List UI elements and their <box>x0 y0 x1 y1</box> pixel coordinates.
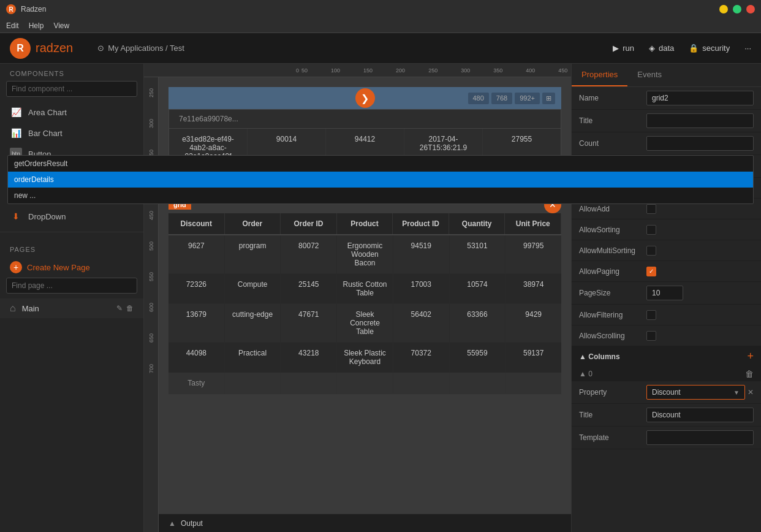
close-button[interactable]: ✕ <box>746 5 755 13</box>
prop-allow-sorting-checkbox[interactable] <box>646 225 656 235</box>
minimize-button[interactable]: — <box>719 5 728 13</box>
sidebar-item-dropdown[interactable]: ⬇ DropDown <box>0 206 143 227</box>
prop-allow-scrolling-checkbox[interactable] <box>646 331 656 341</box>
tab-properties[interactable]: Properties <box>572 64 627 86</box>
canvas-inner: ❯ 480 768 992+ ⊞ 7e11e6a99078e... e31ed8… <box>159 77 571 532</box>
prop-pagesize-label: PageSize <box>579 289 646 297</box>
prop-allow-filtering-checkbox[interactable] <box>646 310 656 320</box>
grid-header-unitprice: Unit Price <box>505 213 561 234</box>
prop-column-title-value <box>646 408 754 422</box>
grid-cell-product-1: Rustic Cotton Table <box>337 274 393 303</box>
prop-property-select[interactable]: Discount ▼ <box>646 385 745 400</box>
create-new-page-button[interactable]: + Create New Page <box>0 257 143 278</box>
area-chart-icon: 📈 <box>10 106 22 118</box>
right-panel: Properties Events Name Title Count <box>571 64 761 532</box>
grid-cell-quantity-2: 63366 <box>450 304 506 342</box>
grid-cell-product-3: Sleek Plastic Keyboard <box>337 343 393 372</box>
prop-allow-filtering: AllowFiltering <box>572 305 761 325</box>
breakpoint-480[interactable]: 480 <box>468 93 489 104</box>
prop-count-label: Count <box>579 139 646 148</box>
logo-icon: R <box>10 38 31 59</box>
grid-cell-discount-4: Tasty <box>168 373 225 393</box>
nav-icon: ⊙ <box>97 44 104 53</box>
breakpoint-768[interactable]: 768 <box>491 93 512 104</box>
ruler-v-700: 700 <box>148 353 154 384</box>
more-button[interactable]: ··· <box>744 44 751 53</box>
prop-allow-multisorting-checkbox[interactable] <box>646 246 656 256</box>
prop-allow-add-checkbox[interactable] <box>646 204 656 214</box>
column-delete-button[interactable]: 🗑 <box>745 369 754 379</box>
prop-column-title: Title <box>572 404 761 427</box>
prop-column-title-input[interactable] <box>646 408 754 422</box>
breakpoint-icon[interactable]: ⊞ <box>542 93 555 104</box>
create-new-page-label: Create New Page <box>27 263 90 272</box>
page-edit-button[interactable]: ✎ <box>116 304 123 313</box>
page-delete-button[interactable]: 🗑 <box>126 304 134 313</box>
prop-allow-paging: AllowPaging ✓ <box>572 261 761 282</box>
security-label: security <box>702 44 730 53</box>
grid-cell-product-2: Sleek Concrete Table <box>337 304 393 342</box>
tab-events[interactable]: Events <box>627 64 672 86</box>
grid-cell-quantity-4 <box>450 373 506 393</box>
columns-add-button[interactable]: + <box>747 350 754 363</box>
grid-cell-productid-1: 17003 <box>393 274 450 303</box>
data-button[interactable]: ◈ data <box>649 44 674 53</box>
dropdown-option-2[interactable]: new ... <box>572 188 753 203</box>
prop-property-select-wrapper: Discount ▼ ✕ <box>646 385 754 400</box>
canvas-nav-button[interactable]: ❯ <box>355 88 375 108</box>
canvas-area: 0 50 100 150 200 250 300 350 400 450 500… <box>144 64 571 532</box>
logo-area: R radzen <box>10 38 73 59</box>
prop-count-input[interactable] <box>646 136 754 151</box>
security-button[interactable]: 🔒 security <box>689 44 730 53</box>
canvas-breakpoints: 480 768 992+ ⊞ <box>468 93 556 104</box>
canvas-content: 250 300 350 400 450 500 550 600 650 700 … <box>144 77 571 532</box>
data-label: data <box>659 44 674 53</box>
grid-header-row: Discount Order Order ID Product Product … <box>168 213 561 235</box>
prop-title-value <box>646 113 754 128</box>
grid-cell-productid-0: 94519 <box>393 235 450 273</box>
ruler-v-300: 300 <box>148 108 154 139</box>
dropdown-option-1[interactable]: orderDetails <box>572 172 753 188</box>
prop-allow-add-label: AllowAdd <box>579 205 646 213</box>
prop-count: Count <box>572 132 761 155</box>
titlebar: R Radzen — □ ✕ <box>0 0 761 18</box>
prop-name-input[interactable] <box>646 91 754 105</box>
prop-allow-paging-checkbox[interactable]: ✓ <box>646 267 656 276</box>
grid-cell-orderid-0: 80072 <box>281 235 337 273</box>
sidebar-item-bar-chart[interactable]: 📊 Bar Chart <box>0 123 143 143</box>
prop-data-dropdown-list: getOrdersResult orderDetails new ... <box>572 155 754 204</box>
page-actions: ✎ 🗑 <box>116 304 134 313</box>
output-bar[interactable]: ▲ Output <box>159 514 571 532</box>
grid-header-product: Product <box>337 213 393 234</box>
prop-data: Data orderDetails ▼ getOrdersResult orde… <box>572 155 761 178</box>
sidebar-item-area-chart[interactable]: 📈 Area Chart <box>0 102 143 123</box>
menu-view[interactable]: View <box>53 21 69 30</box>
canvas-ruler-h: 0 50 100 150 200 250 300 350 400 450 500… <box>144 64 571 77</box>
dropdown-option-0[interactable]: getOrdersResult <box>572 156 753 172</box>
logo-text: radzen <box>36 41 73 55</box>
area-chart-label: Area Chart <box>28 108 67 117</box>
prop-pagesize-input[interactable] <box>646 286 683 300</box>
run-icon: ▶ <box>613 44 619 53</box>
prop-title-input[interactable] <box>646 113 754 128</box>
grid-cell-discount-0: 9627 <box>168 235 225 273</box>
grid-cell-product-4 <box>337 373 393 393</box>
nav-link[interactable]: ⊙ My Applications / Test <box>97 44 184 53</box>
menu-edit[interactable]: Edit <box>6 21 19 30</box>
menu-help[interactable]: Help <box>29 21 44 30</box>
breakpoint-992[interactable]: 992+ <box>515 93 540 104</box>
page-item-main[interactable]: ⌂ Main ✎ 🗑 <box>0 298 143 318</box>
grid-data-row-2: 13679 cutting-edge 47671 Sleek Concrete … <box>168 304 561 343</box>
find-component-input[interactable] <box>6 81 137 97</box>
prop-name: Name <box>572 87 761 110</box>
grid-header-orderid: Order ID <box>281 213 337 234</box>
find-page-input[interactable] <box>6 278 137 294</box>
prop-template-input[interactable] <box>646 430 754 445</box>
grid-cell-unitprice-0: 99795 <box>505 235 561 273</box>
grid-cell-unitprice-2: 9429 <box>505 304 561 342</box>
prop-allow-scrolling-value <box>646 331 754 341</box>
columns-collapse-icon: ▲ <box>579 352 586 361</box>
run-button[interactable]: ▶ run <box>613 44 634 53</box>
prop-property-clear-button[interactable]: ✕ <box>748 388 754 397</box>
maximize-button[interactable]: □ <box>733 5 741 13</box>
